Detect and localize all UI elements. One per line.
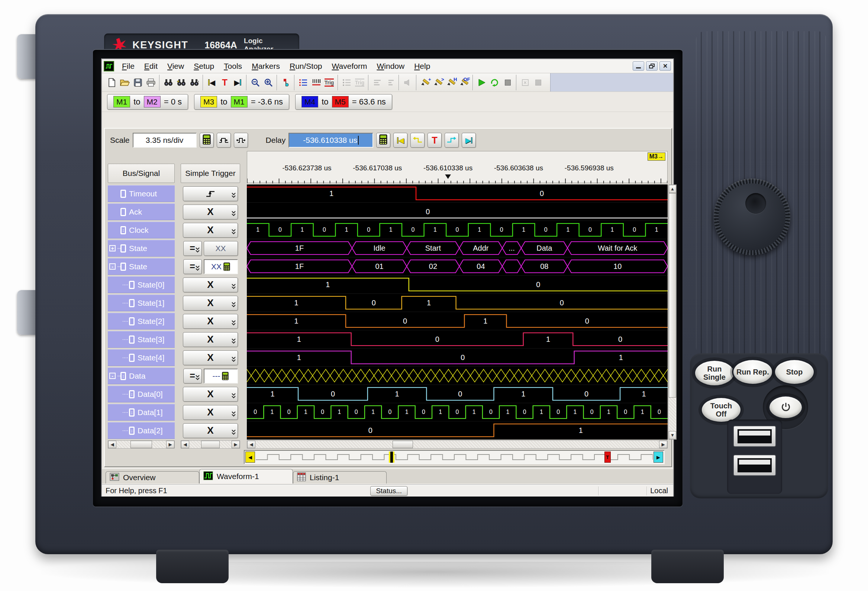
simple-trigger-dropdown[interactable]: [183, 186, 238, 201]
waveform-row-state[interactable]: 1F0102040810: [247, 257, 668, 276]
scale-field[interactable]: 3.35 ns/div: [133, 133, 197, 148]
waveform-row-clock[interactable]: 1010101010101010101: [247, 221, 668, 239]
waveform-hscrollbar[interactable]: ◀ ▶: [247, 440, 668, 449]
trigger-value-button[interactable]: XX: [204, 241, 238, 256]
tab-listing-1[interactable]: Listing-1: [293, 471, 387, 483]
print-icon[interactable]: [144, 76, 157, 89]
new-file-icon[interactable]: [105, 76, 118, 89]
go-to-previous-edge-button[interactable]: [410, 133, 425, 148]
goto-start-icon[interactable]: ◀: [205, 76, 218, 89]
scroll-right-icon[interactable]: ▶: [659, 441, 667, 448]
waveform-row-data-0-[interactable]: 1010101: [247, 385, 668, 403]
menu-tools[interactable]: Tools: [219, 61, 247, 72]
menu-run-stop[interactable]: Run/Stop: [285, 61, 327, 72]
menu-setup[interactable]: Setup: [189, 61, 219, 72]
scroll-down-icon[interactable]: ▼: [669, 431, 676, 439]
signal-row-state[interactable]: +State: [108, 240, 175, 257]
marker-pen-of-icon[interactable]: OF: [458, 76, 471, 89]
overview-view-cursor[interactable]: [389, 452, 394, 463]
waveform-row-data-2-[interactable]: 01: [247, 421, 668, 440]
tab-waveform-1[interactable]: Waveform-1: [199, 469, 293, 483]
zoom-in-scale-button[interactable]: [217, 133, 231, 148]
menu-file[interactable]: File: [117, 61, 139, 72]
overview-begin-icon[interactable]: ◀: [245, 452, 255, 463]
menu-help[interactable]: Help: [409, 61, 435, 72]
overview-track[interactable]: T: [256, 452, 653, 463]
waveform-row-ack[interactable]: 0: [247, 203, 668, 221]
simple-trigger-dropdown[interactable]: X: [183, 278, 238, 293]
waveform-row-state-2-[interactable]: 1010: [247, 312, 668, 330]
go-to-next-edge-button[interactable]: [444, 133, 459, 148]
close-button[interactable]: ×: [660, 61, 671, 71]
trigger-setup-icon[interactable]: Trig: [323, 76, 336, 89]
tab-overview[interactable]: Overview: [106, 471, 199, 483]
scroll-right-icon[interactable]: ▶: [232, 441, 240, 448]
simple-trigger-dropdown[interactable]: X: [183, 296, 238, 310]
stop-acquisition-disabled-icon[interactable]: [501, 76, 514, 89]
simple-trigger-dropdown[interactable]: X: [183, 350, 238, 365]
scroll-left-icon[interactable]: ◀: [108, 441, 117, 448]
signal-row-data-2-[interactable]: ↕Data[2]: [108, 422, 175, 439]
zoom-in-icon[interactable]: [262, 76, 275, 89]
m3-marker-offscreen-chip[interactable]: M3→: [648, 152, 666, 161]
simple-trigger-dropdown[interactable]: X: [183, 387, 238, 402]
signal-row-ack[interactable]: Ack: [108, 204, 175, 220]
usb-port-1[interactable]: [733, 426, 776, 447]
trigger-value-field[interactable]: ---: [204, 369, 238, 383]
waveform-row-state[interactable]: 1FIdleStartAddr...DataWait for Ack: [247, 239, 668, 257]
marker-pair-button-M3-M1[interactable]: M3 to M1 = -3.6 ns: [194, 94, 289, 110]
status-button[interactable]: Status...: [370, 486, 407, 496]
signal-row-data-1-[interactable]: ↕Data[1]: [108, 404, 175, 421]
marker-pen-add-icon[interactable]: +: [419, 76, 432, 89]
marker-pair-button-M4-M5[interactable]: M4 to M5 = 63.6 ns: [295, 94, 392, 110]
overview-trigger-marker[interactable]: T: [604, 452, 611, 463]
run-single-button[interactable]: RunSingle: [694, 359, 735, 387]
trigger-operator-dropdown[interactable]: =: [183, 369, 202, 383]
bus-signal-hscrollbar[interactable]: ◀ ▶: [108, 440, 175, 449]
scroll-right-icon[interactable]: ▶: [166, 441, 174, 448]
go-to-begin-button[interactable]: ◀: [393, 133, 407, 148]
trigger-value-field[interactable]: XX: [204, 259, 238, 274]
signal-row-state-1-[interactable]: State[1]: [108, 295, 175, 311]
rotary-knob-face[interactable]: [719, 183, 785, 250]
simple-trigger-dropdown[interactable]: X: [183, 405, 238, 420]
waveform-row-state-1-[interactable]: 1010: [247, 294, 668, 312]
restore-button[interactable]: [646, 61, 658, 71]
run-icon[interactable]: [475, 76, 488, 89]
menu-waveform[interactable]: Waveform: [327, 61, 372, 72]
run-repetitive-icon[interactable]: [488, 76, 501, 89]
signal-row-state-0-[interactable]: State[0]: [108, 276, 175, 293]
signal-row-state-3-[interactable]: State[3]: [108, 331, 175, 348]
run-rep-button[interactable]: Run Rep.: [732, 359, 774, 385]
scale-keypad-button[interactable]: [199, 133, 214, 148]
marker-pen-h-icon[interactable]: H: [444, 76, 458, 89]
menu-markers[interactable]: Markers: [247, 61, 285, 72]
marker-pair-button-M1-M2[interactable]: M1 to M2 = 0 s: [107, 94, 188, 110]
stop-button[interactable]: Stop: [774, 359, 815, 385]
zoom-out-icon[interactable]: [249, 76, 262, 89]
usb-port-2[interactable]: [733, 455, 776, 476]
menu-view[interactable]: View: [162, 61, 189, 72]
collapse-icon[interactable]: -: [109, 263, 116, 270]
simple-trigger-dropdown[interactable]: X: [183, 223, 238, 238]
expand-icon[interactable]: +: [109, 245, 116, 251]
signal-row-timeout[interactable]: Timeout: [108, 185, 175, 202]
marker-tool-icon[interactable]: [279, 76, 292, 89]
scroll-up-icon[interactable]: ▲: [669, 185, 676, 193]
collapse-icon[interactable]: -: [109, 373, 116, 379]
find-previous-icon[interactable]: [175, 76, 188, 89]
scroll-left-icon[interactable]: ◀: [181, 441, 189, 448]
power-button[interactable]: [768, 395, 803, 420]
waveform-row-state-0-[interactable]: 10: [247, 276, 668, 294]
waveform-row-state-4-[interactable]: 101: [247, 349, 668, 367]
waveform-plot-area[interactable]: 10010101010101010101011FIdleStartAddr...…: [247, 185, 668, 440]
menu-window[interactable]: Window: [372, 61, 409, 72]
menu-edit[interactable]: Edit: [139, 61, 162, 72]
scroll-left-icon[interactable]: ◀: [247, 441, 255, 448]
goto-trigger-icon[interactable]: T: [218, 76, 231, 89]
waveform-row-timeout[interactable]: 10: [247, 185, 668, 203]
open-file-icon[interactable]: [118, 76, 131, 89]
signal-row-data[interactable]: -↕Data: [108, 368, 175, 384]
find-next-icon[interactable]: [188, 76, 201, 89]
simple-trigger-header[interactable]: Simple Trigger: [181, 164, 240, 183]
